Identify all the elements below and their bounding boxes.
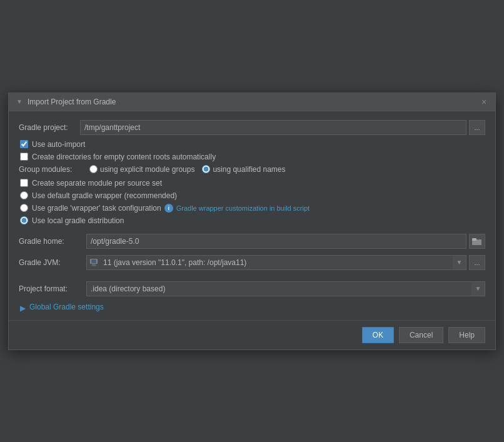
gradle-jvm-select-container: 11 (java version "11.0.1", path: /opt/ja… [86, 255, 466, 270]
gradle-home-browse-button[interactable] [469, 234, 485, 249]
radio-option-explicit: using explicit module groups [89, 165, 194, 174]
gradle-jvm-browse-button[interactable]: ... [469, 255, 485, 270]
project-format-row: Project format: .idea (directory based) … [19, 281, 485, 296]
import-gradle-dialog: ▼ Import Project from Gradle × Gradle pr… [8, 93, 496, 350]
radio-qualified-label: using qualified names [213, 165, 285, 174]
monitor-icon [89, 258, 99, 267]
gradle-project-browse-button[interactable]: ... [469, 120, 485, 135]
global-settings-label: Global Gradle settings [29, 303, 104, 311]
default-wrapper-label: Use default gradle wrapper (recommended) [32, 191, 177, 200]
svg-rect-1 [472, 238, 476, 241]
wrapper-task-row: Use gradle 'wrapper' task configuration … [19, 204, 485, 213]
dialog-title: Import Project from Gradle [28, 98, 116, 106]
gradle-project-input[interactable] [80, 120, 466, 135]
group-modules-label: Group modules: [19, 165, 84, 174]
gradle-home-label: Gradle home: [19, 237, 81, 246]
dialog-icon: ▼ [15, 98, 24, 106]
folder-icon [472, 238, 482, 245]
gradle-project-label: Gradle project: [19, 123, 75, 132]
group-modules-row: Group modules: using explicit module gro… [19, 165, 485, 174]
close-button[interactable]: × [479, 97, 489, 107]
ok-button[interactable]: OK [362, 327, 394, 343]
gradle-project-row: Gradle project: ... [19, 120, 485, 135]
global-settings-row[interactable]: ▶ Global Gradle settings [19, 303, 485, 311]
dialog-content: Gradle project: ... Use auto-import Crea… [9, 111, 495, 320]
svg-rect-5 [91, 265, 96, 266]
radio-explicit-module-groups[interactable] [89, 165, 98, 173]
create-dirs-row: Create directories for empty content roo… [19, 153, 485, 161]
wrapper-customization-link[interactable]: Gradle wrapper customization in build sc… [176, 204, 310, 212]
gradle-jvm-row: Gradle JVM: 11 (java version "11.0.1", p… [19, 255, 485, 270]
create-dirs-checkbox[interactable] [20, 153, 28, 161]
wrapper-task-label: Use gradle 'wrapper' task configuration [32, 204, 161, 213]
local-distribution-label: Use local gradle distribution [32, 216, 124, 225]
info-icon[interactable]: i [164, 204, 173, 213]
project-format-select-container: .idea (directory based) ▼ [86, 281, 485, 296]
cancel-button[interactable]: Cancel [399, 327, 443, 343]
auto-import-checkbox[interactable] [20, 140, 28, 148]
auto-import-row: Use auto-import [19, 140, 485, 149]
svg-rect-4 [92, 264, 96, 266]
gradle-jvm-select[interactable]: 11 (java version "11.0.1", path: /opt/ja… [86, 255, 466, 270]
dialog-footer: OK Cancel Help [9, 320, 495, 349]
project-format-label: Project format: [19, 284, 81, 293]
auto-import-label: Use auto-import [32, 140, 85, 149]
local-distribution-row: Use local gradle distribution [19, 216, 485, 225]
title-bar: ▼ Import Project from Gradle × [9, 93, 495, 111]
separate-module-checkbox[interactable] [20, 179, 28, 187]
project-format-select[interactable]: .idea (directory based) [86, 281, 485, 296]
gradle-jvm-label: Gradle JVM: [19, 258, 81, 267]
radio-explicit-label: using explicit module groups [100, 165, 194, 174]
radio-option-qualified: using qualified names [202, 165, 285, 174]
radio-local-distribution[interactable] [20, 216, 28, 224]
expand-triangle-icon: ▶ [20, 304, 26, 310]
radio-wrapper-task[interactable] [20, 204, 28, 212]
radio-default-wrapper[interactable] [20, 191, 28, 199]
svg-rect-3 [91, 259, 96, 263]
create-dirs-label: Create directories for empty content roo… [32, 153, 216, 161]
gradle-home-row: Gradle home: [19, 234, 485, 249]
radio-qualified-names[interactable] [202, 165, 210, 173]
separate-module-label: Create separate module per source set [32, 179, 162, 188]
gradle-home-input[interactable] [86, 234, 466, 249]
help-button[interactable]: Help [448, 327, 485, 343]
title-bar-left: ▼ Import Project from Gradle [15, 98, 116, 106]
default-wrapper-row: Use default gradle wrapper (recommended) [19, 191, 485, 200]
separate-module-row: Create separate module per source set [19, 179, 485, 188]
